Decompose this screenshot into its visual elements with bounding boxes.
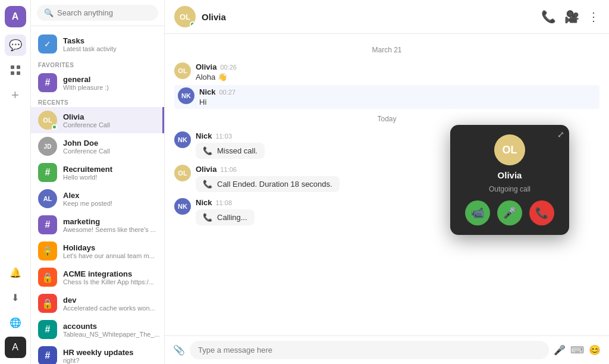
- msg-sender-olivia2: Olivia: [196, 165, 216, 174]
- msg-text-nick1: Hi: [199, 98, 596, 106]
- video-action-button[interactable]: 🎥: [564, 10, 579, 24]
- chat-input-wrap: [190, 341, 549, 359]
- hr-avatar: #: [38, 346, 57, 364]
- tasks-item[interactable]: ✓ Tasks Latest task activity: [31, 30, 164, 58]
- msg-text-olivia1: Aloha 👋: [196, 73, 599, 81]
- dev-text: dev Accelerated cache works won...: [63, 296, 155, 312]
- search-input[interactable]: [57, 8, 151, 17]
- sidebar-item-hr[interactable]: # HR weekly updates right?: [31, 343, 164, 364]
- msg-avatar-olivia1: OL: [174, 62, 191, 79]
- expand-call-button[interactable]: ⤢: [557, 130, 564, 139]
- call-bubble-ended: 📞 Call Ended. Duration 18 seconds.: [196, 176, 340, 192]
- msg-sender-nick1: Nick: [199, 87, 215, 96]
- chat-nav-button[interactable]: 💬: [5, 34, 26, 56]
- holidays-name: Holidays: [63, 243, 155, 252]
- hr-sub: right?: [63, 357, 134, 364]
- sidebar-item-holidays[interactable]: 🔒 Holidays Let's have our annual team m.…: [31, 238, 164, 264]
- attach-icon[interactable]: 📎: [173, 344, 185, 356]
- online-indicator: [52, 124, 57, 130]
- msg-sender-nick2: Nick: [196, 131, 212, 140]
- message-row: OL Olivia 00:26 Aloha 👋: [174, 60, 599, 84]
- globe-nav-button[interactable]: 🌐: [5, 312, 26, 333]
- alex-text: Alex Keep me posted!: [63, 191, 112, 207]
- svg-rect-1: [17, 65, 20, 69]
- alex-name: Alex: [63, 191, 112, 200]
- call-overlay-avatar: OL: [494, 134, 525, 165]
- sidebar-item-johndoe[interactable]: JD John Doe Conference Call: [31, 133, 164, 159]
- holidays-text: Holidays Let's have our annual team m...: [63, 243, 155, 259]
- marketing-text: marketing Awesome! Seems like there's ..…: [63, 217, 156, 233]
- date-divider-today: Today: [174, 115, 599, 123]
- hr-name: HR weekly updates: [63, 348, 134, 357]
- call-overlay-name: Olivia: [498, 170, 522, 180]
- tasks-name: Tasks: [63, 36, 117, 45]
- user-avatar[interactable]: A: [5, 6, 26, 27]
- sidebar-item-general[interactable]: # general With pleasure :): [31, 70, 164, 96]
- phone-action-button[interactable]: 📞: [541, 10, 556, 24]
- download-nav-button[interactable]: ⬇: [5, 287, 26, 308]
- add-nav-button[interactable]: +: [5, 84, 26, 106]
- call-text-missed: Missed call.: [217, 146, 258, 155]
- icon-bar: A 💬 + 🔔 ⬇ 🌐 A: [0, 0, 31, 364]
- sidebar-item-accounts[interactable]: # accounts Tableau_NS_Whitepaper_The_...: [31, 316, 164, 343]
- user-nav-button[interactable]: A: [5, 337, 26, 358]
- search-icon: 🔍: [44, 8, 54, 17]
- msg-time-nick1: 00:27: [219, 89, 236, 96]
- msg-content-nick1: Nick 00:27 Hi: [199, 87, 596, 106]
- keyboard-icon[interactable]: ⌨: [570, 344, 584, 356]
- chat-header: OL Olivia 📞 🎥 ⋮: [165, 0, 609, 34]
- msg-time-olivia1: 00:26: [220, 64, 237, 71]
- call-video-button[interactable]: 📹: [465, 200, 490, 225]
- johndoe-text: John Doe Conference Call: [63, 139, 110, 155]
- main-chat: OL Olivia 📞 🎥 ⋮ March 21 OL Olivia 00:26…: [165, 0, 609, 364]
- svg-rect-2: [11, 71, 14, 75]
- acme-avatar: 🔒: [38, 268, 57, 287]
- message-row: NK Nick 00:27 Hi: [174, 85, 599, 109]
- acme-text: ACME integrations Chess Is the Killer Ap…: [63, 269, 154, 285]
- recents-label: RECENTS: [31, 96, 164, 107]
- accounts-sub: Tableau_NS_Whitepaper_The_...: [63, 331, 160, 338]
- message-input[interactable]: [198, 346, 541, 354]
- sidebar-item-olivia[interactable]: OL Olivia Conference Call: [31, 107, 164, 133]
- olivia-name: Olivia: [63, 112, 110, 121]
- grid-nav-button[interactable]: [5, 59, 26, 81]
- johndoe-name: John Doe: [63, 139, 110, 148]
- mic-icon[interactable]: 🎤: [554, 344, 566, 356]
- msg-avatar-olivia2: OL: [174, 165, 191, 181]
- call-end-button[interactable]: 📞: [529, 200, 554, 225]
- call-icon-ended: 📞: [203, 180, 212, 189]
- sidebar: 🔍 ✓ Tasks Latest task activity FAVORITES…: [31, 0, 165, 364]
- johndoe-avatar: JD: [38, 137, 57, 156]
- chat-header-name: Olivia: [202, 12, 226, 22]
- search-input-wrap[interactable]: 🔍: [37, 5, 158, 21]
- call-overlay: ⤢ OL Olivia Outgoing call 📹 🎤 📞: [450, 125, 569, 235]
- olivia-avatar: OL: [38, 111, 57, 130]
- call-icon-calling: 📞: [203, 213, 212, 222]
- sidebar-item-acme[interactable]: 🔒 ACME integrations Chess Is the Killer …: [31, 264, 164, 290]
- emoji-icon[interactable]: 😊: [589, 344, 601, 356]
- general-sub: With pleasure :): [63, 84, 109, 91]
- alex-avatar: AL: [38, 189, 57, 208]
- msg-avatar-nick1: NK: [178, 87, 194, 104]
- marketing-name: marketing: [63, 217, 156, 226]
- bell-nav-button[interactable]: 🔔: [5, 262, 26, 283]
- sidebar-item-recruitement[interactable]: # Recruitement Hello world!: [31, 159, 164, 186]
- tasks-text: Tasks Latest task activity: [63, 36, 117, 52]
- sidebar-item-alex[interactable]: AL Alex Keep me posted!: [31, 186, 164, 212]
- call-mic-button[interactable]: 🎤: [497, 200, 522, 225]
- chat-header-avatar: OL: [174, 6, 196, 27]
- msg-content-olivia1: Olivia 00:26 Aloha 👋: [196, 62, 599, 81]
- more-action-button[interactable]: ⋮: [588, 10, 599, 24]
- olivia-sub: Conference Call: [63, 121, 110, 128]
- sidebar-item-marketing[interactable]: # marketing Awesome! Seems like there's …: [31, 212, 164, 238]
- msg-sender-olivia1: Olivia: [196, 62, 216, 71]
- accounts-text: accounts Tableau_NS_Whitepaper_The_...: [63, 322, 160, 338]
- johndoe-sub: Conference Call: [63, 148, 110, 155]
- msg-avatar-nick2: NK: [174, 131, 191, 148]
- sidebar-item-dev[interactable]: 🔒 dev Accelerated cache works won...: [31, 290, 164, 316]
- msg-time-nick3: 11:08: [215, 199, 232, 206]
- marketing-sub: Awesome! Seems like there's ...: [63, 226, 156, 233]
- chat-header-left: OL Olivia: [174, 6, 226, 27]
- call-text-ended: Call Ended. Duration 18 seconds.: [217, 180, 332, 189]
- accounts-avatar: #: [38, 320, 57, 339]
